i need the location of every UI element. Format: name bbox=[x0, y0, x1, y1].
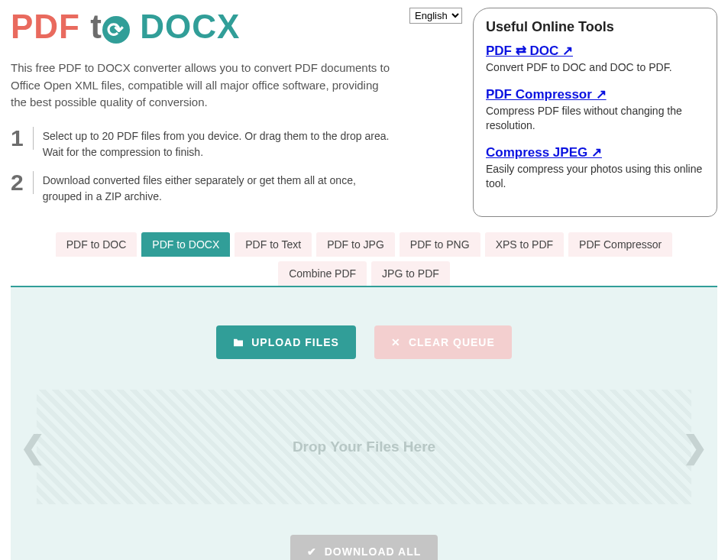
dropzone[interactable]: ❮ Drop Your Files Here ❯ bbox=[37, 390, 691, 504]
upload-files-button[interactable]: UPLOAD FILES bbox=[216, 325, 356, 359]
tab-jpg-to-pdf[interactable]: JPG to PDF bbox=[371, 261, 450, 286]
prev-arrow[interactable]: ❮ bbox=[15, 429, 50, 465]
language-select[interactable]: English bbox=[409, 8, 462, 24]
step-text: Select up to 20 PDF files from you devic… bbox=[43, 127, 394, 160]
tab-pdf-to-docx[interactable]: PDF to DOCX bbox=[141, 232, 230, 257]
step-number: 1 bbox=[11, 127, 34, 150]
tab-combine-pdf[interactable]: Combine PDF bbox=[278, 261, 367, 286]
logo-part-docx: DOCX bbox=[140, 8, 240, 45]
tab-xps-to-pdf[interactable]: XPS to PDF bbox=[485, 232, 564, 257]
close-icon: ✕ bbox=[391, 336, 401, 348]
clear-queue-button[interactable]: ✕ CLEAR QUEUE bbox=[374, 325, 512, 359]
step-number: 2 bbox=[11, 171, 34, 194]
tool-item: PDF ⇄ DOC ↗ Convert PDF to DOC and DOC t… bbox=[486, 43, 704, 76]
tool-desc: Compress PDF files without changing the … bbox=[486, 104, 704, 134]
tool-link-pdf-doc[interactable]: PDF ⇄ DOC ↗ bbox=[486, 44, 573, 58]
main-panel: UPLOAD FILES ✕ CLEAR QUEUE ❮ Drop Your F… bbox=[11, 286, 717, 560]
tool-desc: Convert PDF to DOC and DOC to PDF. bbox=[486, 60, 704, 76]
tab-pdf-to-jpg[interactable]: PDF to JPG bbox=[316, 232, 395, 257]
step-item: 2 Download converted files either separa… bbox=[11, 171, 394, 205]
tab-pdf-to-png[interactable]: PDF to PNG bbox=[400, 232, 480, 257]
refresh-icon: ⟳ bbox=[102, 16, 130, 44]
steps-list: 1 Select up to 20 PDF files from you dev… bbox=[11, 127, 394, 205]
tool-item: Compress JPEG ↗ Easily compress your pho… bbox=[486, 144, 704, 192]
logo-part-pdf: PDF bbox=[11, 8, 80, 45]
download-all-button[interactable]: ✔ DOWNLOAD ALL bbox=[290, 535, 438, 560]
useful-tools-panel: Useful Online Tools PDF ⇄ DOC ↗ Convert … bbox=[473, 8, 717, 217]
tool-desc: Easily compress your photos using this o… bbox=[486, 162, 704, 192]
tool-link-compress-jpeg[interactable]: Compress JPEG ↗ bbox=[486, 145, 602, 160]
tab-pdf-to-text[interactable]: PDF to Text bbox=[235, 232, 312, 257]
tool-link-pdf-compressor[interactable]: PDF Compressor ↗ bbox=[486, 87, 607, 102]
step-text: Download converted files either separate… bbox=[43, 171, 394, 205]
tab-pdf-compressor[interactable]: PDF Compressor bbox=[568, 232, 672, 257]
tab-pdf-to-doc[interactable]: PDF to DOC bbox=[56, 232, 138, 257]
dropzone-message: Drop Your Files Here bbox=[293, 439, 435, 455]
step-item: 1 Select up to 20 PDF files from you dev… bbox=[11, 127, 394, 160]
description: This free PDF to DOCX converter allows y… bbox=[11, 60, 394, 112]
tabs-bar: PDF to DOC PDF to DOCX PDF to Text PDF t… bbox=[11, 232, 717, 286]
next-arrow[interactable]: ❯ bbox=[678, 429, 713, 465]
language-selector[interactable]: English bbox=[409, 8, 462, 24]
sidebar-title: Useful Online Tools bbox=[486, 19, 704, 35]
tool-item: PDF Compressor ↗ Compress PDF files with… bbox=[486, 86, 704, 134]
folder-icon bbox=[233, 338, 244, 347]
logo: PDF t⟳ DOCX bbox=[11, 8, 394, 46]
logo-part-to: t⟳ bbox=[90, 8, 130, 45]
check-icon: ✔ bbox=[307, 545, 317, 558]
